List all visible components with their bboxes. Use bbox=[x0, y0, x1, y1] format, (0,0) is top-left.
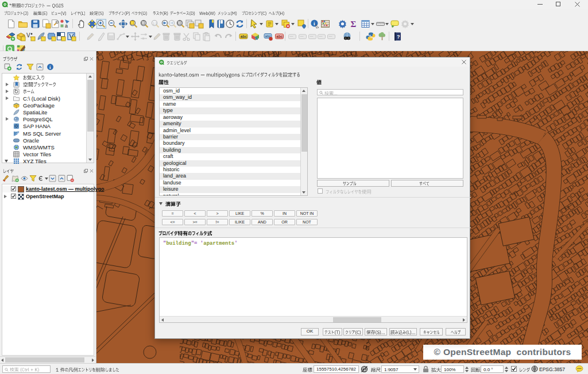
svg-text:V.: V. bbox=[26, 32, 32, 38]
svg-text:abc: abc bbox=[241, 34, 247, 38]
svg-text:1:1: 1:1 bbox=[153, 22, 157, 25]
svg-text:Σ: Σ bbox=[351, 20, 357, 29]
svg-text:?: ? bbox=[397, 34, 400, 40]
svg-text:abc: abc bbox=[276, 34, 283, 38]
svg-text:a: a bbox=[65, 23, 68, 29]
